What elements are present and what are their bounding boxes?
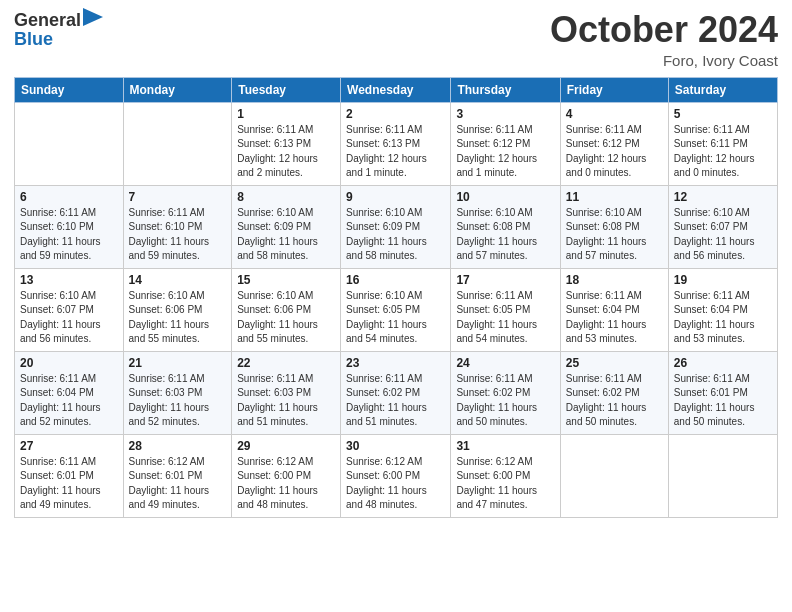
day-number: 23 — [346, 356, 445, 370]
day-cell: 4Sunrise: 6:11 AM Sunset: 6:12 PM Daylig… — [560, 102, 668, 185]
day-number: 21 — [129, 356, 227, 370]
day-info: Sunrise: 6:12 AM Sunset: 6:00 PM Dayligh… — [456, 455, 554, 513]
day-cell: 19Sunrise: 6:11 AM Sunset: 6:04 PM Dayli… — [668, 268, 777, 351]
day-cell: 29Sunrise: 6:12 AM Sunset: 6:00 PM Dayli… — [232, 434, 341, 517]
day-number: 9 — [346, 190, 445, 204]
col-header-thursday: Thursday — [451, 77, 560, 102]
day-info: Sunrise: 6:11 AM Sunset: 6:04 PM Dayligh… — [20, 372, 118, 430]
day-number: 29 — [237, 439, 335, 453]
day-info: Sunrise: 6:10 AM Sunset: 6:06 PM Dayligh… — [237, 289, 335, 347]
day-number: 28 — [129, 439, 227, 453]
logo: General Blue — [14, 10, 103, 50]
col-header-saturday: Saturday — [668, 77, 777, 102]
day-cell: 12Sunrise: 6:10 AM Sunset: 6:07 PM Dayli… — [668, 185, 777, 268]
day-info: Sunrise: 6:10 AM Sunset: 6:06 PM Dayligh… — [129, 289, 227, 347]
day-number: 12 — [674, 190, 772, 204]
day-number: 15 — [237, 273, 335, 287]
day-info: Sunrise: 6:10 AM Sunset: 6:05 PM Dayligh… — [346, 289, 445, 347]
day-info: Sunrise: 6:11 AM Sunset: 6:10 PM Dayligh… — [129, 206, 227, 264]
calendar: SundayMondayTuesdayWednesdayThursdayFrid… — [14, 77, 778, 518]
col-header-friday: Friday — [560, 77, 668, 102]
day-cell: 1Sunrise: 6:11 AM Sunset: 6:13 PM Daylig… — [232, 102, 341, 185]
day-cell: 27Sunrise: 6:11 AM Sunset: 6:01 PM Dayli… — [15, 434, 124, 517]
svg-marker-0 — [83, 8, 103, 26]
header: General Blue October 2024 Foro, Ivory Co… — [14, 10, 778, 69]
day-info: Sunrise: 6:11 AM Sunset: 6:04 PM Dayligh… — [566, 289, 663, 347]
day-number: 13 — [20, 273, 118, 287]
day-number: 25 — [566, 356, 663, 370]
calendar-header-row: SundayMondayTuesdayWednesdayThursdayFrid… — [15, 77, 778, 102]
day-cell: 3Sunrise: 6:11 AM Sunset: 6:12 PM Daylig… — [451, 102, 560, 185]
page: General Blue October 2024 Foro, Ivory Co… — [0, 0, 792, 612]
day-info: Sunrise: 6:10 AM Sunset: 6:08 PM Dayligh… — [456, 206, 554, 264]
day-info: Sunrise: 6:11 AM Sunset: 6:01 PM Dayligh… — [20, 455, 118, 513]
col-header-wednesday: Wednesday — [341, 77, 451, 102]
day-cell: 23Sunrise: 6:11 AM Sunset: 6:02 PM Dayli… — [341, 351, 451, 434]
title-area: October 2024 Foro, Ivory Coast — [550, 10, 778, 69]
day-cell: 24Sunrise: 6:11 AM Sunset: 6:02 PM Dayli… — [451, 351, 560, 434]
logo-general-text: General — [14, 10, 81, 31]
day-info: Sunrise: 6:10 AM Sunset: 6:07 PM Dayligh… — [674, 206, 772, 264]
day-info: Sunrise: 6:10 AM Sunset: 6:09 PM Dayligh… — [346, 206, 445, 264]
day-number: 14 — [129, 273, 227, 287]
day-cell: 2Sunrise: 6:11 AM Sunset: 6:13 PM Daylig… — [341, 102, 451, 185]
day-info: Sunrise: 6:11 AM Sunset: 6:12 PM Dayligh… — [566, 123, 663, 181]
day-cell: 15Sunrise: 6:10 AM Sunset: 6:06 PM Dayli… — [232, 268, 341, 351]
day-info: Sunrise: 6:12 AM Sunset: 6:00 PM Dayligh… — [237, 455, 335, 513]
day-cell: 25Sunrise: 6:11 AM Sunset: 6:02 PM Dayli… — [560, 351, 668, 434]
day-info: Sunrise: 6:11 AM Sunset: 6:05 PM Dayligh… — [456, 289, 554, 347]
day-cell: 20Sunrise: 6:11 AM Sunset: 6:04 PM Dayli… — [15, 351, 124, 434]
day-info: Sunrise: 6:11 AM Sunset: 6:02 PM Dayligh… — [346, 372, 445, 430]
day-number: 22 — [237, 356, 335, 370]
day-number: 5 — [674, 107, 772, 121]
day-info: Sunrise: 6:11 AM Sunset: 6:01 PM Dayligh… — [674, 372, 772, 430]
day-number: 31 — [456, 439, 554, 453]
day-cell: 28Sunrise: 6:12 AM Sunset: 6:01 PM Dayli… — [123, 434, 232, 517]
day-number: 2 — [346, 107, 445, 121]
day-number: 1 — [237, 107, 335, 121]
day-number: 4 — [566, 107, 663, 121]
day-cell: 17Sunrise: 6:11 AM Sunset: 6:05 PM Dayli… — [451, 268, 560, 351]
day-cell: 21Sunrise: 6:11 AM Sunset: 6:03 PM Dayli… — [123, 351, 232, 434]
day-cell: 14Sunrise: 6:10 AM Sunset: 6:06 PM Dayli… — [123, 268, 232, 351]
day-number: 6 — [20, 190, 118, 204]
day-cell: 26Sunrise: 6:11 AM Sunset: 6:01 PM Dayli… — [668, 351, 777, 434]
day-cell: 9Sunrise: 6:10 AM Sunset: 6:09 PM Daylig… — [341, 185, 451, 268]
day-number: 20 — [20, 356, 118, 370]
day-info: Sunrise: 6:11 AM Sunset: 6:10 PM Dayligh… — [20, 206, 118, 264]
col-header-sunday: Sunday — [15, 77, 124, 102]
col-header-monday: Monday — [123, 77, 232, 102]
day-info: Sunrise: 6:11 AM Sunset: 6:03 PM Dayligh… — [237, 372, 335, 430]
day-cell — [560, 434, 668, 517]
day-cell: 5Sunrise: 6:11 AM Sunset: 6:11 PM Daylig… — [668, 102, 777, 185]
day-number: 17 — [456, 273, 554, 287]
day-info: Sunrise: 6:10 AM Sunset: 6:09 PM Dayligh… — [237, 206, 335, 264]
day-cell — [15, 102, 124, 185]
day-cell: 10Sunrise: 6:10 AM Sunset: 6:08 PM Dayli… — [451, 185, 560, 268]
day-cell — [668, 434, 777, 517]
month-title: October 2024 — [550, 10, 778, 50]
week-row-1: 1Sunrise: 6:11 AM Sunset: 6:13 PM Daylig… — [15, 102, 778, 185]
day-number: 16 — [346, 273, 445, 287]
day-info: Sunrise: 6:11 AM Sunset: 6:13 PM Dayligh… — [346, 123, 445, 181]
day-number: 19 — [674, 273, 772, 287]
day-number: 11 — [566, 190, 663, 204]
day-cell: 8Sunrise: 6:10 AM Sunset: 6:09 PM Daylig… — [232, 185, 341, 268]
day-cell: 31Sunrise: 6:12 AM Sunset: 6:00 PM Dayli… — [451, 434, 560, 517]
day-cell: 11Sunrise: 6:10 AM Sunset: 6:08 PM Dayli… — [560, 185, 668, 268]
day-info: Sunrise: 6:12 AM Sunset: 6:00 PM Dayligh… — [346, 455, 445, 513]
day-info: Sunrise: 6:12 AM Sunset: 6:01 PM Dayligh… — [129, 455, 227, 513]
day-number: 30 — [346, 439, 445, 453]
day-info: Sunrise: 6:10 AM Sunset: 6:07 PM Dayligh… — [20, 289, 118, 347]
logo-chevron-icon — [83, 8, 103, 26]
day-number: 7 — [129, 190, 227, 204]
day-info: Sunrise: 6:11 AM Sunset: 6:12 PM Dayligh… — [456, 123, 554, 181]
day-info: Sunrise: 6:11 AM Sunset: 6:02 PM Dayligh… — [456, 372, 554, 430]
day-cell: 16Sunrise: 6:10 AM Sunset: 6:05 PM Dayli… — [341, 268, 451, 351]
week-row-4: 20Sunrise: 6:11 AM Sunset: 6:04 PM Dayli… — [15, 351, 778, 434]
day-cell: 30Sunrise: 6:12 AM Sunset: 6:00 PM Dayli… — [341, 434, 451, 517]
day-cell: 13Sunrise: 6:10 AM Sunset: 6:07 PM Dayli… — [15, 268, 124, 351]
day-number: 3 — [456, 107, 554, 121]
logo-area: General Blue — [14, 10, 103, 50]
day-cell: 6Sunrise: 6:11 AM Sunset: 6:10 PM Daylig… — [15, 185, 124, 268]
